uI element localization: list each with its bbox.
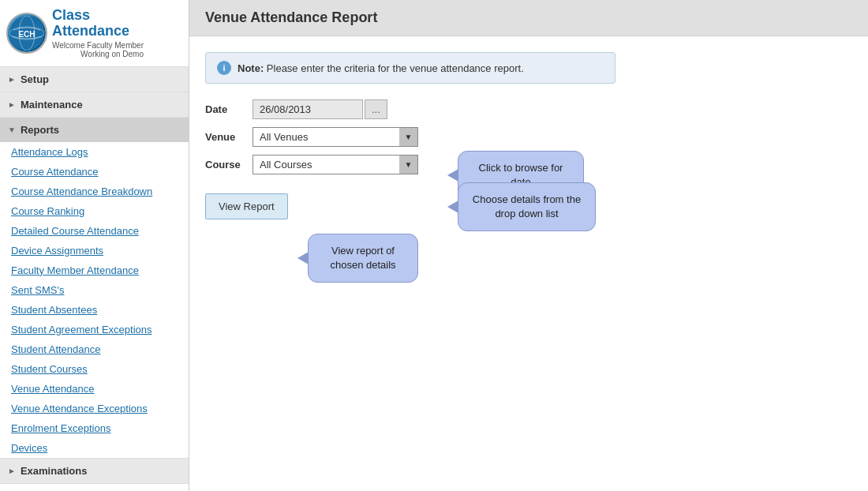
sidebar-item-enrolment-exceptions[interactable]: Enrolment Exceptions [0,418,189,438]
sidebar-item-student-absentees[interactable]: Student Absentees [0,300,189,320]
date-input[interactable] [253,99,363,119]
page-title: Venue Attendance Report [205,9,852,26]
sidebar-item-venue-attendance[interactable]: Venue Attendance [0,379,189,399]
course-select[interactable]: All Courses [253,155,418,174]
sidebar-section-maintenance: ► Maintenance [0,92,189,118]
sidebar-item-sent-sms[interactable]: Sent SMS's [0,280,189,300]
venue-row: Venue All Venues ▼ [205,127,852,147]
app-welcome: Welcome Faculty Member Working on Demo [52,41,144,58]
sidebar-item-course-ranking[interactable]: Course Ranking [0,201,189,221]
sidebar-section-header-reports[interactable]: ▼ Reports [0,118,189,142]
sidebar-section-setup: ► Setup [0,67,189,92]
sidebar-section-label-reports: Reports [21,124,59,136]
chevron-right-icon-maintenance: ► [8,100,16,109]
logo-globe-icon: ECH [8,14,46,52]
sidebar-section-label-examinations: Examinations [21,465,88,477]
tooltip-dropdown: Choose details from the drop down list [458,182,596,231]
content-area: i Note: Please enter the criteria for th… [189,36,868,491]
sidebar-item-student-agreement-exceptions[interactable]: Student Agreement Exceptions [0,320,189,339]
sidebar-item-device-assignments[interactable]: Device Assignments [0,241,189,260]
info-icon: i [217,61,231,75]
sidebar-item-student-attendance[interactable]: Student Attendance [0,339,189,359]
form-section: Date ... Venue All Venues ▼ Course All C… [205,99,852,219]
date-label: Date [205,103,253,115]
sidebar-item-venue-attendance-exceptions[interactable]: Venue Attendance Exceptions [0,399,189,418]
sidebar-item-course-attendance[interactable]: Course Attendance [0,162,189,182]
course-select-wrapper: All Courses ▼ [253,155,418,174]
chevron-down-icon-reports: ▼ [8,126,16,134]
chevron-right-icon: ► [8,75,16,84]
chevron-right-icon-examinations: ► [8,467,16,475]
note-box: i Note: Please enter the criteria for th… [205,52,615,84]
sidebar-section-examinations: ► Examinations [0,459,189,484]
app-title-block: Class Attendance Welcome Faculty Member … [52,8,144,58]
sidebar-section-header-examinations[interactable]: ► Examinations [0,459,189,483]
svg-text:ECH: ECH [18,30,35,39]
sidebar-item-faculty-member-attendance[interactable]: Faculty Member Attendance [0,260,189,280]
view-report-button[interactable]: View Report [205,193,288,219]
venue-select[interactable]: All Venues [253,127,418,147]
sidebar-section-label-maintenance: Maintenance [21,99,83,111]
sidebar-item-course-attendance-breakdown[interactable]: Course Attendance Breakdown [0,182,189,201]
note-text: Please enter the criteria for the venue … [267,62,524,74]
app-logo: ECH [6,13,47,54]
sidebar-scroll: ► Setup ► Maintenance ▼ Reports Attendan… [0,67,189,491]
sidebar: ECH Class Attendance Welcome Faculty Mem… [0,0,189,491]
tooltip-view-report: View report of chosen details [308,234,418,283]
sidebar-section-label-setup: Setup [21,73,49,85]
app-title: Class Attendance [52,8,144,39]
date-row: Date ... [205,99,852,119]
sidebar-section-reports: ▼ Reports Attendance Logs Course Attenda… [0,118,189,459]
main-content: Venue Attendance Report i Note: Please e… [189,0,868,491]
app-header: ECH Class Attendance Welcome Faculty Mem… [0,0,189,67]
sidebar-item-detailed-course-attendance[interactable]: Detailed Course Attendance [0,221,189,241]
page-title-bar: Venue Attendance Report [189,0,868,36]
sidebar-section-header-maintenance[interactable]: ► Maintenance [0,92,189,117]
note-prefix: Note: [238,62,267,74]
venue-label: Venue [205,131,253,143]
sidebar-section-header-setup[interactable]: ► Setup [0,67,189,92]
course-label: Course [205,159,253,171]
sidebar-item-student-courses[interactable]: Student Courses [0,359,189,379]
date-browse-button[interactable]: ... [365,99,387,119]
venue-select-wrapper: All Venues ▼ [253,127,418,147]
sidebar-item-attendance-logs[interactable]: Attendance Logs [0,142,189,162]
sidebar-item-devices[interactable]: Devices [0,438,189,458]
